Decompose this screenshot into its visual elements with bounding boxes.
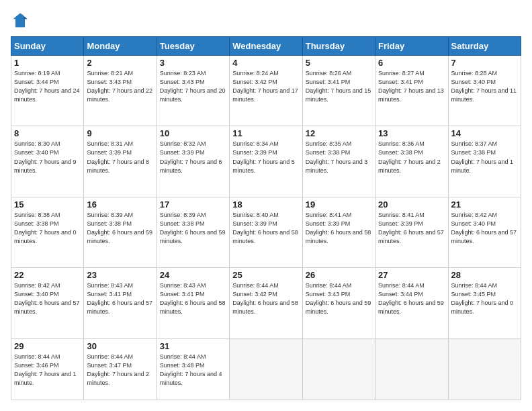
col-header-wednesday: Wednesday (230, 37, 302, 56)
day-number: 2 (87, 58, 153, 68)
day-number: 20 (378, 199, 445, 210)
day-info: Sunrise: 8:35 AM Sunset: 3:38 PM Dayligh… (306, 140, 372, 175)
page: SundayMondayTuesdayWednesdayThursdayFrid… (0, 0, 532, 411)
header-row: SundayMondayTuesdayWednesdayThursdayFrid… (11, 37, 521, 56)
day-info: Sunrise: 8:44 AM Sunset: 3:47 PM Dayligh… (87, 353, 153, 387)
day-cell: 6 Sunrise: 8:27 AM Sunset: 3:41 PM Dayli… (375, 56, 448, 126)
day-cell: 5 Sunrise: 8:26 AM Sunset: 3:41 PM Dayli… (302, 56, 375, 126)
day-info: Sunrise: 8:40 AM Sunset: 3:39 PM Dayligh… (232, 211, 299, 246)
day-number: 4 (232, 58, 299, 68)
day-number: 13 (378, 128, 445, 138)
day-info: Sunrise: 8:21 AM Sunset: 3:43 PM Dayligh… (87, 69, 153, 104)
week-row-4: 22 Sunrise: 8:42 AM Sunset: 3:40 PM Dayl… (11, 268, 521, 338)
day-number: 11 (232, 128, 299, 138)
day-number: 17 (160, 199, 226, 210)
day-info: Sunrise: 8:32 AM Sunset: 3:39 PM Dayligh… (160, 140, 226, 175)
day-cell (375, 338, 448, 400)
day-number: 8 (14, 128, 81, 138)
day-number: 27 (378, 270, 445, 280)
day-cell: 28 Sunrise: 8:44 AM Sunset: 3:45 PM Dayl… (448, 268, 521, 338)
day-number: 16 (87, 199, 153, 210)
day-cell: 18 Sunrise: 8:40 AM Sunset: 3:39 PM Dayl… (230, 197, 302, 267)
day-cell: 27 Sunrise: 8:44 AM Sunset: 3:44 PM Dayl… (375, 268, 448, 338)
day-info: Sunrise: 8:43 AM Sunset: 3:41 PM Dayligh… (160, 281, 226, 316)
day-cell: 9 Sunrise: 8:31 AM Sunset: 3:39 PM Dayli… (84, 126, 157, 197)
day-info: Sunrise: 8:41 AM Sunset: 3:39 PM Dayligh… (378, 211, 445, 246)
day-info: Sunrise: 8:44 AM Sunset: 3:46 PM Dayligh… (14, 353, 81, 387)
day-info: Sunrise: 8:39 AM Sunset: 3:38 PM Dayligh… (87, 211, 153, 246)
day-info: Sunrise: 8:26 AM Sunset: 3:41 PM Dayligh… (306, 69, 372, 104)
day-info: Sunrise: 8:41 AM Sunset: 3:39 PM Dayligh… (306, 211, 372, 246)
day-cell: 31 Sunrise: 8:44 AM Sunset: 3:48 PM Dayl… (157, 338, 229, 400)
day-cell: 16 Sunrise: 8:39 AM Sunset: 3:38 PM Dayl… (84, 197, 157, 267)
day-info: Sunrise: 8:36 AM Sunset: 3:38 PM Dayligh… (378, 140, 445, 175)
day-cell: 21 Sunrise: 8:42 AM Sunset: 3:40 PM Dayl… (448, 197, 521, 267)
day-cell: 12 Sunrise: 8:35 AM Sunset: 3:38 PM Dayl… (302, 126, 375, 197)
week-row-5: 29 Sunrise: 8:44 AM Sunset: 3:46 PM Dayl… (11, 338, 521, 400)
day-cell: 1 Sunrise: 8:19 AM Sunset: 3:44 PM Dayli… (11, 56, 84, 126)
svg-marker-0 (13, 13, 28, 28)
day-info: Sunrise: 8:44 AM Sunset: 3:45 PM Dayligh… (451, 281, 518, 316)
day-info: Sunrise: 8:37 AM Sunset: 3:38 PM Dayligh… (451, 140, 518, 175)
week-row-1: 1 Sunrise: 8:19 AM Sunset: 3:44 PM Dayli… (11, 56, 521, 126)
day-number: 12 (306, 128, 372, 138)
calendar-table: SundayMondayTuesdayWednesdayThursdayFrid… (11, 36, 521, 400)
day-cell: 24 Sunrise: 8:43 AM Sunset: 3:41 PM Dayl… (157, 268, 229, 338)
day-cell: 10 Sunrise: 8:32 AM Sunset: 3:39 PM Dayl… (157, 126, 229, 197)
day-cell: 22 Sunrise: 8:42 AM Sunset: 3:40 PM Dayl… (11, 268, 84, 338)
day-number: 21 (451, 199, 518, 210)
day-number: 5 (306, 58, 372, 68)
day-number: 7 (451, 58, 518, 68)
day-cell: 3 Sunrise: 8:23 AM Sunset: 3:43 PM Dayli… (157, 56, 229, 126)
day-cell: 7 Sunrise: 8:28 AM Sunset: 3:40 PM Dayli… (448, 56, 521, 126)
day-number: 30 (87, 341, 153, 351)
day-info: Sunrise: 8:42 AM Sunset: 3:40 PM Dayligh… (14, 281, 81, 316)
day-info: Sunrise: 8:27 AM Sunset: 3:41 PM Dayligh… (378, 69, 445, 104)
col-header-tuesday: Tuesday (157, 37, 229, 56)
day-number: 22 (14, 270, 81, 280)
day-info: Sunrise: 8:28 AM Sunset: 3:40 PM Dayligh… (451, 69, 518, 104)
col-header-thursday: Thursday (302, 37, 375, 56)
day-number: 9 (87, 128, 153, 138)
week-row-3: 15 Sunrise: 8:38 AM Sunset: 3:38 PM Dayl… (11, 197, 521, 267)
day-info: Sunrise: 8:44 AM Sunset: 3:48 PM Dayligh… (160, 353, 226, 387)
header (11, 11, 521, 30)
day-number: 23 (87, 270, 153, 280)
day-info: Sunrise: 8:43 AM Sunset: 3:41 PM Dayligh… (87, 281, 153, 316)
day-info: Sunrise: 8:44 AM Sunset: 3:43 PM Dayligh… (306, 281, 372, 316)
day-cell: 8 Sunrise: 8:30 AM Sunset: 3:40 PM Dayli… (11, 126, 84, 197)
day-info: Sunrise: 8:19 AM Sunset: 3:44 PM Dayligh… (14, 69, 81, 104)
day-number: 19 (306, 199, 372, 210)
day-cell: 15 Sunrise: 8:38 AM Sunset: 3:38 PM Dayl… (11, 197, 84, 267)
day-info: Sunrise: 8:34 AM Sunset: 3:39 PM Dayligh… (232, 140, 299, 175)
day-info: Sunrise: 8:31 AM Sunset: 3:39 PM Dayligh… (87, 140, 153, 175)
day-number: 15 (14, 199, 81, 210)
col-header-friday: Friday (375, 37, 448, 56)
day-cell (302, 338, 375, 400)
day-cell: 19 Sunrise: 8:41 AM Sunset: 3:39 PM Dayl… (302, 197, 375, 267)
day-cell: 20 Sunrise: 8:41 AM Sunset: 3:39 PM Dayl… (375, 197, 448, 267)
day-info: Sunrise: 8:23 AM Sunset: 3:43 PM Dayligh… (160, 69, 226, 104)
day-cell: 30 Sunrise: 8:44 AM Sunset: 3:47 PM Dayl… (84, 338, 157, 400)
day-info: Sunrise: 8:39 AM Sunset: 3:38 PM Dayligh… (160, 211, 226, 246)
day-info: Sunrise: 8:24 AM Sunset: 3:42 PM Dayligh… (232, 69, 299, 104)
day-info: Sunrise: 8:44 AM Sunset: 3:44 PM Dayligh… (378, 281, 445, 316)
day-number: 3 (160, 58, 226, 68)
day-cell: 17 Sunrise: 8:39 AM Sunset: 3:38 PM Dayl… (157, 197, 229, 267)
day-number: 6 (378, 58, 445, 68)
day-info: Sunrise: 8:42 AM Sunset: 3:40 PM Dayligh… (451, 211, 518, 246)
logo-icon (11, 11, 30, 30)
day-info: Sunrise: 8:44 AM Sunset: 3:42 PM Dayligh… (232, 281, 299, 316)
day-number: 25 (232, 270, 299, 280)
day-cell: 4 Sunrise: 8:24 AM Sunset: 3:42 PM Dayli… (230, 56, 302, 126)
week-row-2: 8 Sunrise: 8:30 AM Sunset: 3:40 PM Dayli… (11, 126, 521, 197)
day-cell: 25 Sunrise: 8:44 AM Sunset: 3:42 PM Dayl… (230, 268, 302, 338)
day-cell (230, 338, 302, 400)
day-cell: 23 Sunrise: 8:43 AM Sunset: 3:41 PM Dayl… (84, 268, 157, 338)
day-cell: 14 Sunrise: 8:37 AM Sunset: 3:38 PM Dayl… (448, 126, 521, 197)
col-header-monday: Monday (84, 37, 157, 56)
day-number: 31 (160, 341, 226, 351)
day-number: 28 (451, 270, 518, 280)
day-cell: 26 Sunrise: 8:44 AM Sunset: 3:43 PM Dayl… (302, 268, 375, 338)
day-cell: 2 Sunrise: 8:21 AM Sunset: 3:43 PM Dayli… (84, 56, 157, 126)
